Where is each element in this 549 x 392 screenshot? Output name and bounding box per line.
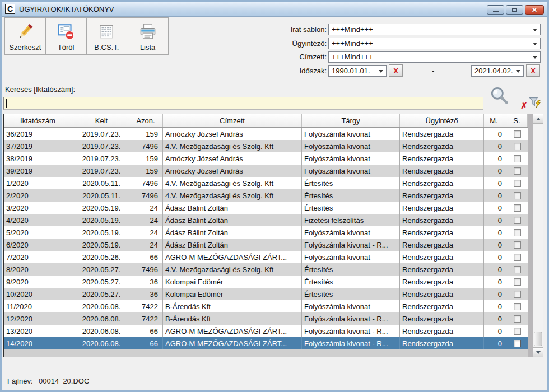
cell-m: 0 bbox=[484, 189, 506, 202]
minimize-button[interactable] bbox=[487, 5, 504, 15]
cell-iktatoszam: 8/2020 bbox=[4, 263, 72, 276]
cimzett-combobox[interactable]: +++Mind+++ bbox=[328, 51, 541, 63]
row-checkbox[interactable] bbox=[514, 192, 521, 199]
search-label: Keresés [Iktatószám]: bbox=[5, 85, 75, 94]
column-header-iktatoszam[interactable]: Iktatószám bbox=[4, 114, 72, 127]
cell-targy: Értesítés bbox=[302, 263, 400, 276]
table-row[interactable]: 5/2020 2020.05.19. 24 Ádász Bálint Zoltá… bbox=[4, 226, 528, 239]
date-to-clear-button[interactable]: X bbox=[526, 64, 540, 77]
date-from-combobox[interactable]: 1990.01.01. bbox=[328, 65, 387, 77]
row-checkbox[interactable] bbox=[514, 229, 521, 236]
column-header-s[interactable]: S. bbox=[506, 114, 528, 127]
bcst-button[interactable]: B.CS.T. bbox=[87, 18, 128, 54]
cell-m: 0 bbox=[484, 239, 506, 251]
table-row[interactable]: 11/2020 2020.06.08. 7422 B-Árendás Kft F… bbox=[4, 300, 528, 312]
table-row[interactable]: 9/2020 2020.05.27. 36 Kolompai Edömér Ér… bbox=[4, 276, 528, 288]
row-checkbox[interactable] bbox=[514, 315, 521, 323]
table-row[interactable]: 2/2020 2020.05.11. 7496 4.V. Mezőgazdasá… bbox=[4, 189, 528, 202]
table-row[interactable]: 3/2020 2020.05.19. 24 Ádász Bálint Zoltá… bbox=[4, 202, 528, 214]
table-row[interactable]: 14/2020 2020.06.08. 66 AGRO-M MEZŐGAZDAS… bbox=[4, 337, 528, 349]
cell-targy: Folyószámla kivonat - R... bbox=[302, 337, 400, 349]
table-row[interactable]: 36/2019 2019.07.23. 159 Arnóczky József … bbox=[4, 128, 528, 140]
cell-iktatoszam: 11/2020 bbox=[4, 300, 72, 312]
cell-iktatoszam: 39/2019 bbox=[4, 165, 72, 177]
row-checkbox[interactable] bbox=[514, 278, 521, 286]
irat-sablon-value: +++Mind+++ bbox=[332, 25, 373, 34]
vertical-scrollbar[interactable] bbox=[533, 114, 543, 357]
table-row[interactable]: 13/2020 2020.06.08. 66 AGRO-M MEZŐGAZDAS… bbox=[4, 325, 528, 337]
table-row[interactable]: 6/2020 2020.05.19. 24 Ádász Bálint Zoltá… bbox=[4, 239, 528, 251]
cimzett-value: +++Mind+++ bbox=[332, 53, 373, 61]
column-header-azon[interactable]: Azon. bbox=[131, 114, 163, 127]
column-header-targy[interactable]: Tárgy bbox=[302, 114, 400, 127]
row-checkbox[interactable] bbox=[514, 303, 521, 310]
row-checkbox[interactable] bbox=[514, 155, 521, 162]
maximize-button[interactable] bbox=[506, 5, 523, 15]
document-grid-icon bbox=[97, 20, 116, 43]
row-checkbox[interactable] bbox=[514, 217, 521, 224]
cell-s bbox=[506, 288, 528, 300]
table-row[interactable]: 37/2019 2019.07.23. 7496 4.V. Mezőgazdas… bbox=[4, 140, 528, 152]
filter-lightning-icon bbox=[529, 101, 542, 111]
table-row[interactable]: 38/2019 2019.07.23. 159 Arnóczky József … bbox=[4, 152, 528, 165]
close-icon: ✕ bbox=[532, 7, 537, 13]
cell-m: 0 bbox=[484, 140, 506, 152]
cell-kelt: 2020.06.08. bbox=[72, 312, 131, 325]
table-side-filler bbox=[528, 114, 533, 357]
table-row[interactable]: 12/2020 2020.06.08. 7422 B-Árendás Kft F… bbox=[4, 312, 528, 325]
cell-ugyintezo: Rendszergazda bbox=[400, 325, 484, 337]
cell-m: 0 bbox=[484, 226, 506, 239]
scrollbar-thumb[interactable] bbox=[534, 332, 542, 346]
cell-targy: Folyószámla kivonat bbox=[302, 152, 400, 165]
date-from-clear-button[interactable]: X bbox=[389, 64, 403, 77]
cell-m: 0 bbox=[484, 300, 506, 312]
ugyintezo-combobox[interactable]: +++Mind+++ bbox=[328, 38, 541, 49]
row-checkbox[interactable] bbox=[514, 204, 521, 212]
row-checkbox[interactable] bbox=[514, 143, 521, 150]
row-checkbox[interactable] bbox=[514, 180, 521, 187]
column-header-m[interactable]: M. bbox=[484, 114, 506, 127]
chevron-down-icon bbox=[533, 29, 537, 31]
table-row[interactable]: 7/2020 2020.05.26. 66 AGRO-M MEZŐGAZDASÁ… bbox=[4, 251, 528, 263]
column-header-cimzett[interactable]: Címzett bbox=[163, 114, 302, 127]
column-header-kelt[interactable]: Kelt bbox=[72, 114, 131, 127]
cell-azon: 66 bbox=[131, 251, 163, 263]
search-input[interactable] bbox=[3, 97, 483, 110]
search-button[interactable] bbox=[488, 85, 510, 109]
cell-azon: 7496 bbox=[131, 189, 163, 202]
column-header-ugyintezo[interactable]: Ügyintéző bbox=[400, 114, 484, 127]
cell-s bbox=[506, 152, 528, 165]
filename-label: Fájlnév: bbox=[7, 377, 33, 385]
table-row[interactable]: 10/2020 2020.05.27. 36 Kolompai Edömér É… bbox=[4, 288, 528, 300]
cell-kelt: 2020.05.19. bbox=[72, 202, 131, 214]
close-button[interactable]: ✕ bbox=[525, 5, 544, 15]
row-checkbox[interactable] bbox=[514, 241, 521, 249]
search-clear-button[interactable]: ✗ bbox=[520, 101, 528, 110]
cell-iktatoszam: 3/2020 bbox=[4, 202, 72, 214]
row-checkbox[interactable] bbox=[514, 130, 521, 138]
row-checkbox[interactable] bbox=[514, 291, 521, 298]
row-checkbox[interactable] bbox=[514, 266, 521, 273]
row-checkbox[interactable] bbox=[514, 254, 521, 261]
scroll-up-button[interactable] bbox=[533, 114, 543, 124]
cell-azon: 66 bbox=[131, 337, 163, 349]
table-row[interactable]: 39/2019 2019.07.23. 159 Arnóczky József … bbox=[4, 165, 528, 177]
delete-button[interactable]: Töröl bbox=[46, 18, 87, 54]
row-checkbox[interactable] bbox=[514, 340, 521, 347]
table-row[interactable]: 1/2020 2020.05.11. 7496 4.V. Mezőgazdasá… bbox=[4, 177, 528, 189]
cell-ugyintezo: Rendszergazda bbox=[400, 276, 484, 288]
list-button[interactable]: Lista bbox=[127, 18, 168, 54]
date-to-combobox[interactable]: 2021.04.02. bbox=[471, 65, 524, 77]
cell-cimzett: Ádász Bálint Zoltán bbox=[163, 239, 302, 251]
table-row[interactable]: 8/2020 2020.05.27. 7496 4.V. Mezőgazdasá… bbox=[4, 263, 528, 276]
table-row[interactable]: 4/2020 2020.05.19. 24 Ádász Bálint Zoltá… bbox=[4, 214, 528, 226]
cell-m: 0 bbox=[484, 337, 506, 349]
row-checkbox[interactable] bbox=[514, 328, 521, 335]
edit-button[interactable]: Szerkeszt bbox=[5, 18, 46, 54]
cell-cimzett: Kolompai Edömér bbox=[163, 276, 302, 288]
row-checkbox[interactable] bbox=[514, 167, 521, 175]
filter-button[interactable] bbox=[529, 96, 542, 111]
irat-sablon-combobox[interactable]: +++Mind+++ bbox=[328, 24, 541, 35]
cell-s bbox=[506, 251, 528, 263]
scroll-down-button[interactable] bbox=[533, 347, 543, 357]
